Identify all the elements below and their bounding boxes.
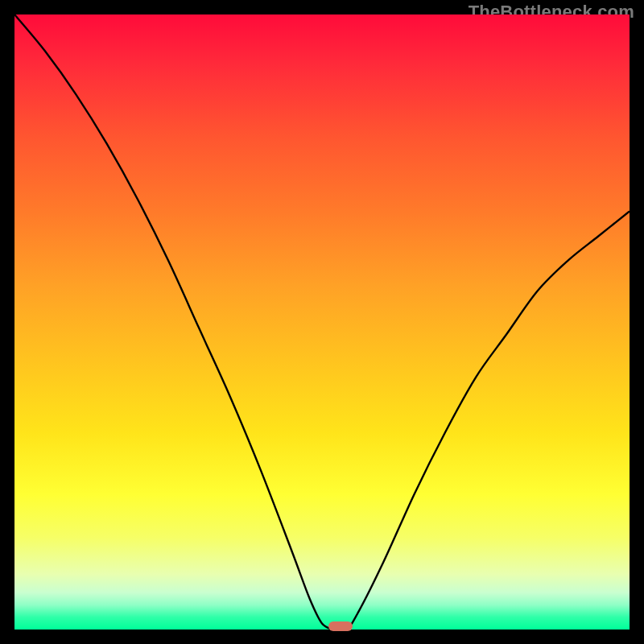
curve-line — [14, 14, 630, 630]
outer-frame: TheBottleneck.com — [0, 0, 644, 644]
bottleneck-curve — [14, 14, 630, 630]
optimal-marker — [328, 621, 353, 631]
gradient-plot-area — [14, 14, 630, 630]
